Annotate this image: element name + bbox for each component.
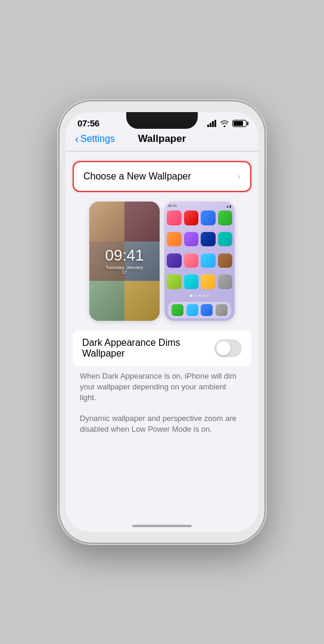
toggle-knob: [216, 341, 230, 355]
svg-rect-0: [207, 125, 209, 127]
app-icon: [167, 210, 182, 225]
collage-img-6: [124, 281, 160, 321]
collage-img-2: [124, 202, 160, 242]
app-icon: [218, 274, 233, 289]
collage-img-5: [89, 281, 124, 321]
home-app-grid: [164, 209, 235, 295]
status-time: 07:56: [77, 118, 99, 128]
app-icon: [218, 210, 233, 225]
back-button[interactable]: ‹ Settings: [75, 134, 115, 144]
collage-img-3: [89, 242, 124, 281]
choose-wallpaper-section: Choose a New Wallpaper ›: [73, 161, 251, 192]
collage-img-4: [124, 242, 160, 281]
dock-messages-icon: [201, 304, 213, 316]
dark-appearance-section: Dark Appearance Dims Wallpaper: [73, 330, 251, 366]
app-icon: [184, 210, 199, 225]
dock-phone-icon: [172, 304, 183, 316]
page-title: Wallpaper: [138, 133, 186, 145]
home-wallpaper: 09:41 ▲▮: [164, 202, 235, 321]
page-dot: [207, 295, 209, 297]
choose-wallpaper-cell[interactable]: Choose a New Wallpaper ›: [73, 161, 251, 192]
dock-camera-icon: [216, 304, 228, 316]
description-text-2: Dynamic wallpaper and perspective zoom a…: [80, 413, 244, 435]
description-text-1: When Dark Appearance is on, iPhone will …: [80, 371, 244, 404]
lock-wallpaper-collage: [89, 202, 160, 321]
dark-appearance-row: Dark Appearance Dims Wallpaper: [73, 330, 251, 366]
svg-rect-3: [214, 120, 216, 127]
page-dot-active: [190, 295, 192, 297]
lock-screen-preview[interactable]: 09:41 Tuesday, January 17: [89, 202, 160, 321]
wallpaper-preview: 09:41 Tuesday, January 17 09:41 ▲▮: [80, 202, 244, 321]
page-dot: [194, 295, 197, 297]
dark-appearance-toggle[interactable]: [214, 339, 242, 357]
notch: [126, 112, 198, 129]
app-icon: [201, 210, 216, 225]
svg-rect-1: [210, 123, 211, 127]
svg-rect-2: [212, 121, 214, 127]
home-time: 09:41: [168, 204, 177, 208]
home-status-bar: 09:41 ▲▮: [164, 202, 235, 209]
page-dot: [198, 295, 201, 297]
app-icon: [201, 274, 216, 289]
phone-screen: 07:56: [66, 112, 258, 532]
dark-appearance-label: Dark Appearance Dims Wallpaper: [82, 338, 214, 359]
app-icon: [184, 274, 199, 289]
choose-wallpaper-label: Choose a New Wallpaper: [83, 171, 191, 182]
home-dock: [168, 302, 231, 318]
back-label[interactable]: Settings: [80, 134, 115, 144]
home-indicator[interactable]: [132, 525, 192, 527]
back-chevron-icon: ‹: [75, 134, 79, 144]
app-icon: [167, 232, 182, 247]
wifi-icon: [220, 120, 229, 127]
page-dots: [164, 295, 235, 297]
battery-icon: [232, 120, 247, 127]
dock-safari-icon: [186, 304, 198, 316]
status-icons: [207, 120, 247, 127]
page-dot: [202, 295, 205, 297]
app-icon: [218, 232, 233, 247]
phone-shell: 07:56: [60, 101, 264, 543]
nav-bar: ‹ Settings Wallpaper: [66, 131, 258, 151]
collage-img-1: [89, 202, 124, 242]
app-icon: [167, 253, 182, 268]
home-screen-preview[interactable]: 09:41 ▲▮: [164, 202, 235, 321]
app-icon: [201, 232, 216, 247]
app-icon: [184, 232, 199, 247]
signal-icon: [207, 120, 217, 127]
choose-wallpaper-chevron-icon: ›: [237, 171, 241, 182]
app-icon: [184, 253, 199, 268]
app-icon: [218, 253, 233, 268]
app-icon: [201, 253, 216, 268]
home-icons: ▲▮: [226, 204, 231, 208]
content-area: Choose a New Wallpaper ›: [66, 151, 258, 519]
app-icon: [167, 274, 182, 289]
